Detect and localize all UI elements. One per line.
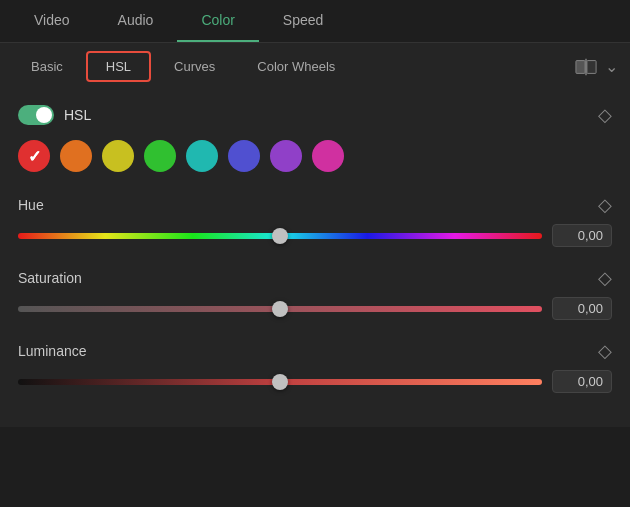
saturation-slider-section: Saturation ◇ [18,267,612,320]
saturation-label: Saturation [18,270,82,286]
subtab-curves[interactable]: Curves [155,52,234,81]
luminance-value-input[interactable] [552,370,612,393]
saturation-value-input[interactable] [552,297,612,320]
color-circle-orange[interactable] [60,140,92,172]
luminance-diamond-icon[interactable]: ◇ [598,340,612,362]
hue-thumb[interactable] [272,228,288,244]
luminance-header: Luminance ◇ [18,340,612,362]
saturation-diamond-icon[interactable]: ◇ [598,267,612,289]
hue-track[interactable] [18,233,542,239]
subtabs-dropdown-button[interactable]: ⌄ [605,57,618,76]
compare-button[interactable] [575,58,597,76]
hsl-toggle-label-group: HSL [18,105,91,125]
saturation-header: Saturation ◇ [18,267,612,289]
luminance-label: Luminance [18,343,87,359]
hsl-content: HSL ◇ ✓ Hue ◇ Saturation ◇ [0,90,630,427]
svg-rect-1 [587,60,596,73]
color-circle-magenta[interactable] [312,140,344,172]
color-circle-blue[interactable] [228,140,260,172]
hue-header: Hue ◇ [18,194,612,216]
color-circle-green[interactable] [144,140,176,172]
subtabs-right-controls: ⌄ [575,57,618,76]
svg-rect-0 [576,60,585,73]
color-circle-cyan[interactable] [186,140,218,172]
luminance-slider-row [18,370,612,393]
hsl-diamond-icon[interactable]: ◇ [598,104,612,126]
tab-audio[interactable]: Audio [94,0,178,42]
hsl-toggle-switch[interactable] [18,105,54,125]
color-circle-red[interactable]: ✓ [18,140,50,172]
hsl-label: HSL [64,107,91,123]
hsl-toggle-row: HSL ◇ [18,104,612,126]
subtab-hsl[interactable]: HSL [86,51,151,82]
color-circle-yellow[interactable] [102,140,134,172]
tab-video[interactable]: Video [10,0,94,42]
color-circles-row: ✓ [18,140,612,172]
color-circle-purple[interactable] [270,140,302,172]
saturation-track[interactable] [18,306,542,312]
luminance-track[interactable] [18,379,542,385]
subtab-basic[interactable]: Basic [12,52,82,81]
saturation-thumb[interactable] [272,301,288,317]
saturation-slider-row [18,297,612,320]
top-tabs-bar: Video Audio Color Speed [0,0,630,43]
tab-speed[interactable]: Speed [259,0,347,42]
luminance-slider-section: Luminance ◇ [18,340,612,393]
sub-tabs-bar: Basic HSL Curves Color Wheels ⌄ [0,43,630,90]
tab-color[interactable]: Color [177,0,258,42]
hue-label: Hue [18,197,44,213]
luminance-thumb[interactable] [272,374,288,390]
hue-slider-section: Hue ◇ [18,194,612,247]
hue-slider-row [18,224,612,247]
hue-value-input[interactable] [552,224,612,247]
hue-diamond-icon[interactable]: ◇ [598,194,612,216]
subtab-color-wheels[interactable]: Color Wheels [238,52,354,81]
